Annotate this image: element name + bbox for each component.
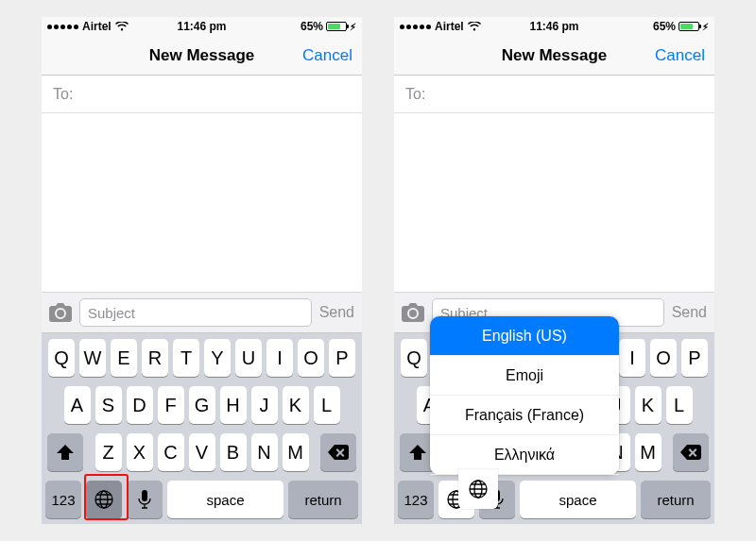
key-m[interactable]: M xyxy=(283,433,309,471)
key-d[interactable]: D xyxy=(127,386,153,424)
page-title: New Message xyxy=(149,46,255,65)
battery-icon xyxy=(679,22,699,31)
key-o[interactable]: O xyxy=(298,339,324,377)
space-key[interactable]: space xyxy=(167,481,284,518)
key-k[interactable]: K xyxy=(635,386,662,424)
svg-rect-2 xyxy=(142,490,147,501)
key-m[interactable]: M xyxy=(635,433,662,471)
key-row-3: ZXCVBNM xyxy=(45,433,358,471)
to-label: To: xyxy=(405,86,425,103)
compose-row: Subject Send xyxy=(42,292,362,333)
key-y[interactable]: Y xyxy=(204,339,231,377)
key-p[interactable]: P xyxy=(329,339,355,377)
cancel-button[interactable]: Cancel xyxy=(655,46,705,65)
nav-bar: New Message Cancel xyxy=(394,36,714,76)
send-button[interactable]: Send xyxy=(672,304,707,321)
key-t[interactable]: T xyxy=(173,339,199,377)
key-w[interactable]: W xyxy=(79,339,106,377)
mic-icon xyxy=(138,490,151,509)
language-popup: English (US) Emoji Français (France) Ελλ… xyxy=(430,316,619,475)
key-f[interactable]: F xyxy=(158,386,184,424)
key-x[interactable]: X xyxy=(127,433,153,471)
return-key[interactable]: return xyxy=(641,481,711,518)
subject-input[interactable]: Subject xyxy=(79,298,312,327)
phone-left: Airtel 11:46 pm 65% ⚡︎ New Message Cance… xyxy=(42,17,362,524)
delete-icon xyxy=(328,445,349,460)
to-label: To: xyxy=(53,86,73,103)
key-n[interactable]: N xyxy=(251,433,278,471)
camera-icon[interactable] xyxy=(49,303,72,322)
key-k[interactable]: K xyxy=(283,386,309,424)
subject-placeholder: Subject xyxy=(88,305,135,321)
key-s[interactable]: S xyxy=(95,386,122,424)
phone-right: Airtel 11:46 pm 65% ⚡︎ New Message Cance… xyxy=(394,17,714,524)
key-q[interactable]: Q xyxy=(401,339,427,377)
language-option-english[interactable]: English (US) xyxy=(430,316,619,356)
space-key[interactable]: space xyxy=(520,481,636,518)
page-title: New Message xyxy=(502,46,608,65)
key-v[interactable]: V xyxy=(189,433,215,471)
shift-icon xyxy=(57,445,74,460)
clock-label: 11:46 pm xyxy=(394,20,714,33)
key-e[interactable]: E xyxy=(111,339,137,377)
key-a[interactable]: A xyxy=(64,386,91,424)
return-key[interactable]: return xyxy=(288,481,358,518)
key-row-bottom: 123 space return xyxy=(398,481,711,518)
delete-key[interactable] xyxy=(673,433,709,471)
key-l[interactable]: L xyxy=(314,386,340,424)
key-u[interactable]: U xyxy=(235,339,262,377)
clock-label: 11:46 pm xyxy=(42,20,362,33)
key-l[interactable]: L xyxy=(666,386,693,424)
key-i[interactable]: I xyxy=(619,339,645,377)
shift-key[interactable] xyxy=(47,433,83,471)
key-p[interactable]: P xyxy=(681,339,708,377)
key-row-2: ASDFGHJKL xyxy=(45,386,358,424)
to-field[interactable]: To: xyxy=(42,76,362,113)
delete-icon xyxy=(680,445,701,460)
key-j[interactable]: J xyxy=(251,386,278,424)
key-b[interactable]: B xyxy=(220,433,247,471)
key-c[interactable]: C xyxy=(158,433,184,471)
status-bar: Airtel 11:46 pm 65% ⚡︎ xyxy=(42,17,362,36)
nav-bar: New Message Cancel xyxy=(42,36,362,76)
key-h[interactable]: H xyxy=(220,386,247,424)
camera-icon[interactable] xyxy=(402,303,424,322)
battery-icon xyxy=(326,22,347,31)
globe-key[interactable] xyxy=(86,481,122,518)
key-r[interactable]: R xyxy=(142,339,168,377)
key-z[interactable]: Z xyxy=(95,433,122,471)
language-popup-tail xyxy=(458,469,498,509)
shift-icon xyxy=(409,445,426,460)
mic-key[interactable] xyxy=(127,481,163,518)
key-i[interactable]: I xyxy=(266,339,293,377)
globe-icon xyxy=(468,479,489,499)
language-option-emoji[interactable]: Emoji xyxy=(430,356,619,396)
to-field[interactable]: To: xyxy=(394,76,714,113)
key-g[interactable]: G xyxy=(189,386,215,424)
status-bar: Airtel 11:46 pm 65% ⚡︎ xyxy=(394,17,714,36)
key-q[interactable]: Q xyxy=(48,339,75,377)
globe-icon xyxy=(94,489,114,510)
message-body[interactable] xyxy=(42,113,362,292)
keyboard: QWERTYUIOP ASDFGHJKL ZXCVBNM 123 space r… xyxy=(42,333,362,524)
key-row-1: QWERTYUIOP xyxy=(45,339,358,377)
language-option-french[interactable]: Français (France) xyxy=(430,396,619,435)
numbers-key[interactable]: 123 xyxy=(45,481,81,518)
cancel-button[interactable]: Cancel xyxy=(302,46,352,65)
key-row-bottom: 123 space return xyxy=(45,481,358,518)
key-o[interactable]: O xyxy=(650,339,677,377)
delete-key[interactable] xyxy=(320,433,356,471)
numbers-key[interactable]: 123 xyxy=(398,481,434,518)
message-body[interactable] xyxy=(394,113,714,292)
send-button[interactable]: Send xyxy=(319,304,354,321)
